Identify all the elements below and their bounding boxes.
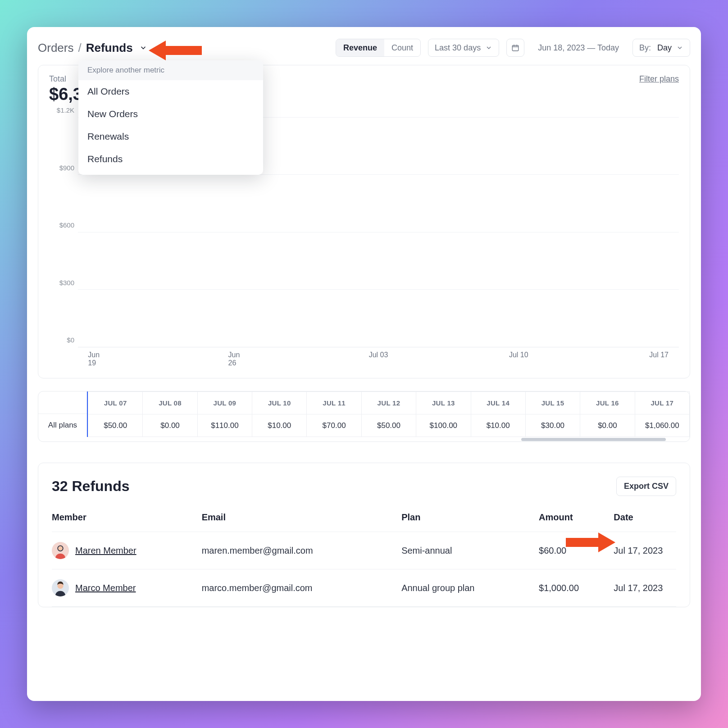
x-axis-label: Jun 26 <box>228 351 248 367</box>
horizontal-scrollbar[interactable] <box>88 437 690 441</box>
breadcrumb[interactable]: Orders / Refunds <box>38 41 147 55</box>
strip-col-header: JUL 12 <box>361 392 416 414</box>
refund-date: Jul 17, 2023 <box>614 569 676 607</box>
metric-toggle[interactable]: Revenue Count <box>336 39 421 57</box>
strip-col-header: JUL 10 <box>252 392 307 414</box>
strip-cell: $50.00 <box>361 414 416 437</box>
avatar <box>52 542 69 559</box>
metric-dropdown-item[interactable]: Refunds <box>78 148 263 170</box>
strip-cell: $70.00 <box>307 414 361 437</box>
calendar-icon <box>511 44 519 52</box>
strip-cell: $1,060.00 <box>635 414 689 437</box>
x-axis-label: Jul 10 <box>509 351 528 359</box>
svg-point-5 <box>58 546 63 551</box>
plan-name: Semi-annual <box>401 532 539 569</box>
y-axis-tick: $600 <box>59 221 74 229</box>
member-name-link[interactable]: Maren Member <box>75 546 136 556</box>
strip-cell: $30.00 <box>525 414 580 437</box>
col-plan: Plan <box>401 508 539 532</box>
svg-marker-1 <box>566 532 615 552</box>
granularity-select[interactable]: By: Day <box>632 39 690 57</box>
col-amount: Amount <box>539 508 614 532</box>
member-name-link[interactable]: Marco Member <box>75 583 136 593</box>
metric-toggle-count[interactable]: Count <box>384 39 420 56</box>
chevron-down-icon <box>676 44 683 51</box>
filter-plans-link[interactable]: Filter plans <box>639 74 679 84</box>
strip-col-header: JUL 17 <box>635 392 689 414</box>
strip-cell: $10.00 <box>471 414 525 437</box>
metric-dropdown[interactable]: Explore another metric All Orders New Or… <box>78 60 263 175</box>
strip-cell: $0.00 <box>580 414 635 437</box>
strip-col-header: JUL 15 <box>525 392 580 414</box>
chevron-down-icon <box>485 44 492 51</box>
strip-cell: $0.00 <box>143 414 197 437</box>
table-row[interactable]: Marco Member marco.member@gmail.com Annu… <box>52 569 676 607</box>
annotation-arrow-export <box>566 530 615 555</box>
avatar <box>52 579 69 596</box>
y-axis-tick: $1.2K <box>57 106 74 114</box>
data-strip: All plans JUL 07JUL 08JUL 09JUL 10JUL 11… <box>38 391 690 442</box>
x-axis-label: Jul 17 <box>649 351 669 359</box>
strip-col-header: JUL 07 <box>88 392 143 414</box>
strip-col-header: JUL 14 <box>471 392 525 414</box>
svg-rect-2 <box>512 46 519 51</box>
refund-date: Jul 17, 2023 <box>614 532 676 569</box>
strip-cell: $100.00 <box>416 414 471 437</box>
metric-dropdown-item[interactable]: All Orders <box>78 80 263 103</box>
strip-col-header: JUL 09 <box>197 392 252 414</box>
strip-cell: $10.00 <box>252 414 307 437</box>
member-email: maren.member@gmail.com <box>202 532 402 569</box>
strip-cell: $110.00 <box>197 414 252 437</box>
x-axis-label: Jul 03 <box>369 351 388 359</box>
breadcrumb-root[interactable]: Orders <box>38 41 73 55</box>
plan-name: Annual group plan <box>401 569 539 607</box>
svg-marker-0 <box>149 41 202 60</box>
breadcrumb-current[interactable]: Refunds <box>86 41 133 55</box>
metric-dropdown-item[interactable]: New Orders <box>78 103 263 125</box>
strip-col-header: JUL 08 <box>143 392 197 414</box>
metric-toggle-revenue[interactable]: Revenue <box>336 39 384 56</box>
col-date: Date <box>614 508 676 532</box>
y-axis-tick: $900 <box>59 164 74 171</box>
col-member: Member <box>52 508 202 532</box>
metric-dropdown-item[interactable]: Renewals <box>78 125 263 148</box>
strip-col-header: JUL 13 <box>416 392 471 414</box>
metric-dropdown-header: Explore another metric <box>78 60 263 80</box>
date-range-display: Jun 18, 2023 — Today <box>532 39 625 57</box>
refunds-title: 32 Refunds <box>52 478 129 495</box>
member-email: marco.member@gmail.com <box>202 569 402 607</box>
export-csv-button[interactable]: Export CSV <box>616 477 676 496</box>
annotation-arrow-breadcrumb <box>149 38 203 63</box>
chevron-down-icon[interactable] <box>139 41 147 55</box>
refund-amount: $1,000.00 <box>539 569 614 607</box>
y-axis-tick: $0 <box>67 336 74 344</box>
x-axis-label: Jun 19 <box>88 351 108 367</box>
strip-cell: $50.00 <box>88 414 143 437</box>
strip-row-label: All plans <box>38 414 87 437</box>
y-axis-tick: $300 <box>59 278 74 286</box>
strip-col-header: JUL 11 <box>307 392 361 414</box>
date-range-select[interactable]: Last 30 days <box>428 39 499 57</box>
strip-col-header: JUL 16 <box>580 392 635 414</box>
col-email: Email <box>202 508 402 532</box>
calendar-button[interactable] <box>506 39 524 57</box>
